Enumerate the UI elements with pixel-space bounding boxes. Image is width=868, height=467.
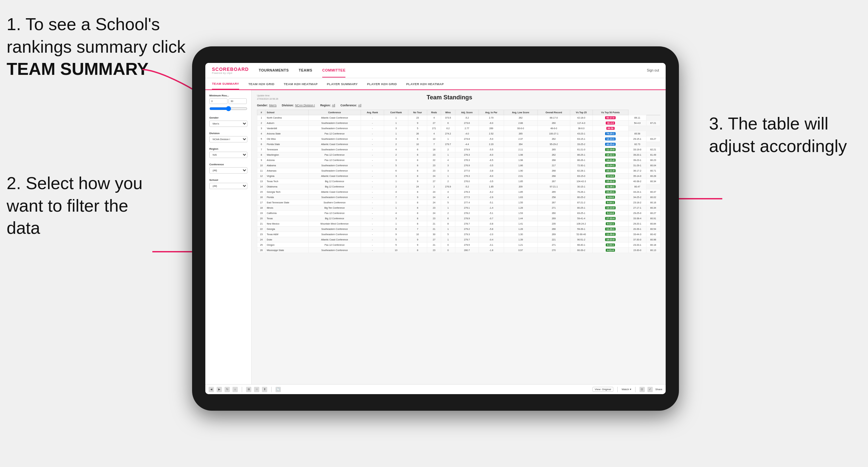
table-cell: 31-18-1 [592, 184, 628, 189]
sidebar-school-select[interactable]: (All) [209, 183, 247, 189]
table-cell: 80.16 [646, 200, 660, 205]
sign-out-button[interactable]: Sign out [647, 68, 659, 72]
table-cell: Florida [266, 195, 308, 200]
toolbar-watch-button[interactable]: Watch ▾ [622, 388, 631, 391]
table-cell: - [361, 232, 384, 237]
table-cell: 274.8 [455, 136, 479, 142]
table-cell: 42-18-0 [570, 115, 592, 121]
table-cell: -6.0 [479, 152, 504, 158]
table-cell: 279.3 [455, 232, 479, 237]
filter-gender-value: Men's [269, 104, 277, 107]
nav-committee[interactable]: COMMITTEE [322, 64, 346, 77]
sub-nav: TEAM SUMMARY TEAM H2H GRID TEAM H2H HEAT… [205, 78, 665, 90]
filter-gender: Gender: Men's [257, 104, 277, 107]
table-cell: 15-32-2 [592, 179, 628, 184]
sidebar-max-input[interactable] [228, 98, 247, 104]
table-cell: 269 [479, 126, 504, 131]
table-cell: -6.2 [479, 189, 504, 195]
sidebar-conference-label: Conference [209, 163, 247, 166]
table-cell: 1.90 [504, 168, 537, 174]
table-cell: 264 [504, 142, 537, 147]
nav-teams[interactable]: TEAMS [299, 64, 312, 77]
toolbar-share-icon[interactable]: ⬆ [262, 387, 267, 392]
table-cell: 1.53 [504, 211, 537, 216]
table-cell: 13-24-1 [592, 163, 628, 168]
toolbar-back-icon[interactable]: ◀ [209, 387, 214, 392]
sidebar-min-input[interactable] [209, 98, 227, 104]
toolbar-share-label[interactable]: Share [655, 388, 662, 391]
toolbar-clock-icon[interactable]: 🕐 [276, 387, 281, 392]
sidebar-gender-select[interactable]: Men's [209, 121, 247, 127]
table-cell: 2.77 [455, 126, 479, 131]
table-cell: 59-39-1 [570, 226, 592, 232]
toolbar-expand-icon[interactable]: ⤢ [647, 387, 653, 392]
table-row: 9ArizonaPac-12 Conference-38224276.3-6.5… [257, 158, 660, 163]
table-cell: 10 [408, 142, 427, 147]
toolbar-grid-icon[interactable]: ⊡ [640, 387, 645, 392]
table-cell: Southern Conference [308, 200, 361, 205]
sidebar-region-select[interactable]: N/A [209, 152, 247, 158]
table-cell: 80.34 [646, 179, 660, 184]
table-cell: 95-29-2 [537, 142, 570, 147]
table-cell: 88-17-0 [537, 115, 570, 121]
table-cell: - [361, 121, 384, 126]
table-cell: 258 [537, 195, 570, 200]
table-cell: 2.88 [504, 121, 537, 126]
table-cell: 1.98 [504, 152, 537, 158]
table-cell: 3 [441, 168, 455, 174]
table-cell: -0.8 [479, 221, 504, 226]
table-cell: Southeastern Conference [308, 232, 361, 237]
table-cell: Big 12 Conference [308, 184, 361, 189]
table-cell: 24 [408, 184, 427, 189]
filter-conference-value: All [358, 104, 361, 107]
tab-player-h2h-heatmap[interactable]: PLAYER H2H HEATMAP [406, 79, 444, 89]
toolbar-view-button[interactable]: View: Original [592, 387, 613, 392]
table-cell: 61-21-0 [570, 147, 592, 152]
sidebar-minimum-label: Minimum Rou... [209, 94, 247, 97]
table-cell: Pac-12 Conference [308, 243, 361, 248]
table-cell: -3.5 [479, 179, 504, 184]
table-cell: Atlantic Coast Conference [308, 115, 361, 121]
table-cell: 23 [427, 168, 441, 174]
sidebar-gender-section: Gender Men's [209, 116, 247, 128]
table-row: 12VirginiaAtlantic Coast Conference-3824… [257, 174, 660, 179]
sidebar-division-select[interactable]: NCAA Division I [209, 136, 247, 143]
table-cell: 17-33-4 [592, 216, 628, 221]
table-cell: - [361, 179, 384, 184]
toolbar-forward-icon[interactable]: ▶ [217, 387, 222, 392]
toolbar-zoom-icon[interactable]: ⊞ [246, 387, 251, 392]
table-cell: 273.6 [455, 121, 479, 126]
logo-area: SCOREBOARD Powered by clipd [212, 67, 249, 74]
table-cell: 2 [427, 184, 441, 189]
table-cell: Big Ten Conference [308, 205, 361, 211]
table-cell: Arizona State [266, 131, 308, 136]
tab-player-summary[interactable]: PLAYER SUMMARY [327, 79, 358, 89]
nav-tournaments[interactable]: TOURNAMENTS [259, 64, 289, 77]
table-cell: 21 [427, 226, 441, 232]
table-cell: 33-38-4 [628, 216, 646, 221]
table-cell: 5 [441, 200, 455, 205]
table-cell: 267 [537, 179, 570, 184]
table-cell: Southeastern Conference [308, 248, 361, 253]
logo-text: SCOREBOARD [212, 67, 249, 72]
table-cell: 0.97 [504, 248, 537, 253]
tab-team-h2h-grid[interactable]: TEAM H2H GRID [248, 79, 275, 89]
tab-team-summary[interactable]: TEAM SUMMARY [212, 79, 239, 89]
tablet-device: SCOREBOARD Powered by clipd TOURNAMENTS … [192, 46, 679, 411]
annotation-3-text: 3. The table will adjust accordingly [709, 114, 847, 156]
sidebar-range-slider[interactable] [209, 106, 247, 111]
toolbar-home-icon[interactable]: ⌂ [232, 387, 238, 392]
col-vs-top-50: Vs Top 50 Points [592, 110, 628, 115]
table-cell: 21 [427, 243, 441, 248]
table-cell: 9 [408, 179, 427, 184]
table-cell: 6 [384, 168, 408, 174]
table-cell: 2 [384, 184, 408, 189]
toolbar-reload-icon[interactable]: ↻ [224, 387, 230, 392]
sidebar-conference-select[interactable]: (All) [209, 167, 247, 174]
toolbar-bookmark-icon[interactable]: ☆ [254, 387, 259, 392]
table-cell: 76-26-1 [570, 189, 592, 195]
table-cell: 72-30-1 [570, 163, 592, 168]
tab-player-h2h-grid[interactable]: PLAYER H2H GRID [367, 79, 397, 89]
tab-team-h2h-heatmap[interactable]: TEAM H2H HEATMAP [284, 79, 318, 89]
table-cell: - [361, 221, 384, 226]
